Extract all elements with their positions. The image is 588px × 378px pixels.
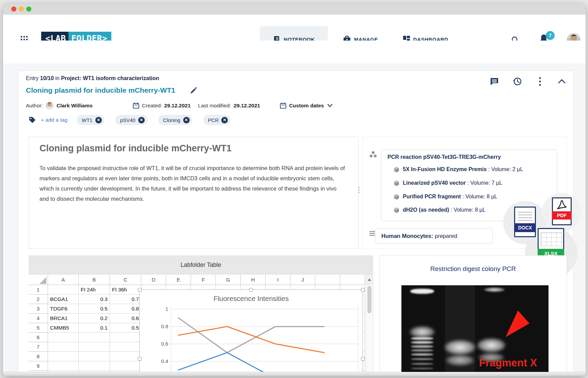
breadcrumb-project[interactable]: Project: WT1 isoform characterization (61, 75, 159, 81)
chevron-down-icon[interactable] (327, 104, 333, 107)
material-detail: : Volume: 7 µL (467, 180, 502, 186)
sheet-cell[interactable]: 0.1 (79, 323, 110, 333)
material-item[interactable]: Linearized pSV40 vector : Volume: 7 µL (394, 180, 502, 186)
chart-resize-handle[interactable] (361, 288, 365, 292)
scroll-up-arrow[interactable] (366, 275, 372, 285)
remove-tag-icon[interactable]: ✕ (183, 117, 190, 123)
sheet-header-cell[interactable]: G (216, 275, 241, 285)
sheet-cell[interactable] (48, 361, 79, 371)
chart-resize-handle[interactable] (138, 357, 142, 361)
sheet-cell[interactable] (48, 333, 79, 342)
sheet-header-cell[interactable]: 9 (29, 361, 48, 371)
tag-pill[interactable]: PCR ✕ (203, 115, 231, 125)
sheet-cell[interactable] (48, 352, 79, 361)
edit-pencil-icon[interactable] (190, 87, 197, 94)
sample-pill[interactable]: Human Monocytes: prepared (375, 228, 493, 244)
sheet-cell[interactable] (110, 342, 141, 352)
comments-icon[interactable] (490, 77, 499, 86)
sheet-cell[interactable] (79, 361, 110, 371)
remove-tag-icon[interactable]: ✕ (221, 117, 228, 123)
sheet-header-cell[interactable]: J (290, 275, 315, 285)
minimize-window-icon[interactable] (19, 6, 24, 12)
sheet-cell[interactable] (48, 285, 79, 294)
sheet-header-cell[interactable]: 7 (29, 342, 48, 352)
kebab-menu-icon[interactable] (538, 77, 542, 86)
author-avatar[interactable] (46, 102, 53, 109)
sheet-cell[interactable]: CMMB5 (48, 323, 79, 333)
sheet-header-cell[interactable] (315, 275, 340, 285)
embedded-chart[interactable]: Fluorescence Intensities 10.80.60.4 (139, 289, 363, 376)
sheet-cell[interactable] (48, 342, 79, 352)
sheet-header-cell[interactable]: E (166, 275, 191, 285)
sheet-header-cell[interactable]: 2 (29, 294, 48, 304)
sheet-header-cell[interactable]: 3 (29, 304, 48, 314)
sheet-header-cell[interactable] (340, 275, 365, 285)
text-block[interactable]: Cloning plasmid for inducible mCherry-WT… (29, 137, 359, 249)
table-widget-header[interactable]: Labfolder Table (29, 255, 373, 275)
sheet-header-cell[interactable]: D (141, 275, 166, 285)
add-tag-link[interactable]: + add a tag (41, 117, 67, 123)
calendar-icon (133, 102, 139, 109)
material-item[interactable]: 5X In-Fusion HD Enzyme Premix : Volume: … (394, 166, 523, 172)
docx-file-icon[interactable]: DOCX (514, 207, 536, 237)
history-icon[interactable] (512, 77, 522, 86)
sheet-cell[interactable] (110, 361, 141, 371)
docx-badge: DOCX (514, 223, 536, 232)
sheet-cell[interactable]: BCGA1 (48, 294, 79, 304)
chart-resize-handle[interactable] (138, 288, 142, 292)
chart-resize-handle[interactable] (361, 357, 365, 361)
tag-pill[interactable]: Cloning ✕ (158, 115, 192, 125)
sheet-cell[interactable]: 0.7 (110, 294, 141, 304)
remove-tag-icon[interactable]: ✕ (138, 117, 145, 123)
sheet-cell[interactable]: 0.5 (110, 323, 141, 333)
sheet-cell[interactable]: 0.5 (79, 304, 110, 314)
sheet-header-cell[interactable]: H (241, 275, 266, 285)
sheet-cell[interactable] (110, 352, 141, 361)
sheet-header-cell[interactable]: F (191, 275, 216, 285)
sheet-header-cell[interactable]: 6 (29, 333, 48, 342)
calendar-icon (280, 102, 286, 109)
sheet-cell[interactable] (79, 352, 110, 361)
pdf-file-icon[interactable]: PDF (552, 197, 572, 225)
sheet-cell[interactable]: BRCA1 (48, 314, 79, 323)
sample-status: prepared (433, 233, 457, 239)
material-item[interactable]: dH2O (as needed) : Volume: 8 µL (394, 207, 486, 213)
sheet-header-cell[interactable]: 8 (29, 352, 48, 361)
sheet-header-cell[interactable]: 4 (29, 314, 48, 323)
table-vertical-scrollbar[interactable] (366, 275, 373, 375)
sheet-cell[interactable]: 0.2 (79, 314, 110, 323)
tag-pill[interactable]: pSV40 ✕ (115, 115, 147, 125)
sheet-cell[interactable]: FI 36h (110, 285, 141, 294)
sheet-header-cell[interactable]: B (79, 275, 110, 285)
material-detail: : Volume: 8 µL (462, 194, 497, 199)
sheet-header-cell[interactable]: I (266, 275, 290, 285)
select-all-corner[interactable] (39, 277, 46, 284)
sheet-cell[interactable] (110, 333, 141, 342)
custom-dates-label[interactable]: Custom dates (289, 103, 324, 109)
collapse-entry-chevron-up[interactable] (557, 78, 566, 85)
chart-resize-handle[interactable] (249, 288, 253, 292)
sheet-cell[interactable]: 0.6 (110, 314, 141, 323)
maximize-window-icon[interactable] (26, 6, 31, 12)
material-item[interactable]: Purified PCR fragment : Volume: 8 µL (394, 194, 497, 200)
sheet-header-cell[interactable]: C (110, 275, 141, 285)
sheet-cell[interactable]: TDGF6 (48, 304, 79, 314)
sheet-cell[interactable]: 0.3 (79, 294, 110, 304)
scrollbar-thumb[interactable] (367, 286, 371, 313)
svg-text:0.6: 0.6 (161, 341, 168, 347)
remove-tag-icon[interactable]: ✕ (95, 117, 102, 123)
sheet-header-cell[interactable]: A (48, 275, 79, 285)
sheet-header-cell[interactable]: 1 (29, 285, 48, 294)
table-widget-title: Labfolder Table (180, 261, 221, 269)
close-window-icon[interactable] (11, 6, 16, 12)
sheet-cell[interactable] (79, 333, 110, 342)
entry-title[interactable]: Cloning plasmid for inducible mCherry-WT… (26, 86, 175, 94)
sheet-cell[interactable]: FI 24h (79, 285, 110, 294)
sheet-cell[interactable] (79, 342, 110, 352)
drag-handle-icon[interactable] (359, 187, 360, 193)
tag-pill[interactable]: WT1 ✕ (77, 115, 105, 125)
window-titlebar[interactable] (3, 3, 586, 15)
sheet-header-cell[interactable]: 5 (29, 323, 48, 333)
sheet-cell[interactable]: 0.8 (110, 304, 141, 314)
author-name[interactable]: Clark Williams (57, 103, 93, 109)
